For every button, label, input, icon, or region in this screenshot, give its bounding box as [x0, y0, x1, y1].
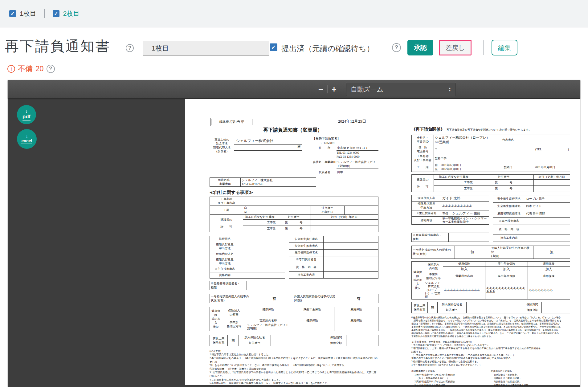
form-label: 建設業の許 可 [412, 175, 434, 192]
form-label: 資 格 内 容 [493, 225, 525, 234]
form-label: ※主任技術者名 [210, 266, 240, 272]
form-label: 工 期 [412, 163, 434, 172]
engineer-notes: ※[主任技術者、専門技術者、登録基幹技能者の記入要領] 1 主任技術者の配置状況… [411, 340, 570, 367]
form-value: ああああああああああああ [443, 281, 485, 299]
page2-tab-label[interactable]: 2枚目 [63, 9, 80, 18]
form-label: 加入保険会社名 [438, 302, 467, 307]
defect-label: 不備 [18, 64, 33, 74]
download-excel-button[interactable]: ↓ excel [17, 129, 37, 149]
empty-cell [324, 272, 378, 279]
empty-cell [520, 135, 570, 145]
relation-heading: 《再下請負関係》再下請負業者及び再下請負契約関係について次の通り報告いたします。 [411, 126, 570, 132]
zoom-in-button[interactable]: + [328, 80, 341, 99]
form-label: 安全衛生推進者名 [493, 202, 525, 210]
empty-cell [334, 312, 378, 318]
zoom-out-button[interactable]: − [314, 80, 327, 99]
empty-cell [467, 302, 523, 307]
empty-cell [324, 236, 378, 243]
page-tab-bar: ✓ 1枚目 ✓ 2枚目 [0, 0, 588, 27]
form-value: ああああああああああああああああ [485, 281, 528, 299]
form-label: 許可番号 [474, 175, 534, 180]
download-pdf-button[interactable]: ↓ pdf [17, 105, 36, 124]
addressee-labels: 直近上位の注文者名 現場代理人名（所長名） [210, 136, 234, 176]
form-label: 権限及び意見申出方法 [412, 202, 441, 210]
empty-cell [534, 180, 570, 186]
form-value: 加入 [443, 266, 485, 272]
form-page1: 標準様式第1号-甲 2024年12月25日 再下請負通知書（変更届） 直近上位の… [210, 117, 378, 385]
empty-cell [525, 234, 570, 242]
form-label: 事業所整理記号等 [424, 272, 443, 281]
form-label: ※登録基幹技能者名・種類 [412, 233, 449, 242]
form-value: ああああああああああ [441, 202, 489, 210]
form-label: 元請名称・事業者ID [210, 178, 241, 187]
submitted-checkbox[interactable]: ✓ [270, 43, 277, 51]
form-value: ガイド 太郎 [441, 195, 489, 202]
rosai-table-2: 労災上乗保険有無 無 加入保険会社名 保険期間 証券番号 保険金額 [411, 302, 570, 313]
form-label: 建設業の許 可 [210, 215, 243, 232]
form-label: 資格内容 [210, 272, 240, 279]
empty-cell [542, 302, 570, 307]
form-label: 契約日 [496, 163, 520, 172]
subcontractor-table: 会社名・事業者ID シェルフィー株式会社（ロープレ） ○○営業所 代表者名 住 … [411, 135, 570, 172]
empty-cell [290, 312, 334, 318]
form-label: 雇用管理責任者名 [493, 210, 525, 217]
form-label: 一号特定技能外国人の従事の状況(有無) [412, 246, 455, 259]
form-label: 事業所整理記号等 [222, 318, 246, 331]
insurance-table: 健康保険等の加入状況 保険加入の有無 健康保険 厚生年金保険 雇用保険 事業所整… [210, 307, 378, 331]
form-value: 2001年01月01日 [520, 163, 570, 172]
status-help-icon[interactable]: ? [392, 43, 401, 52]
form-value: 有 [339, 294, 378, 303]
construction-table: 工事名称及び工事内容 工期 自至 注文者との契約日 建設業の許 可 施工に必要な… [210, 197, 378, 232]
form-label: 工事名称及び工事内容 [210, 197, 243, 206]
tab-divider [44, 9, 45, 18]
form-value: 無 [455, 246, 490, 259]
zoom-mode-select[interactable]: 自動ズーム ▲▼ [346, 83, 456, 96]
form-label: 代表者名 [496, 135, 520, 145]
empty-cell [271, 335, 326, 340]
form-value: 自至 [243, 206, 311, 215]
empty-cell [246, 312, 290, 318]
form-value: 有 [256, 294, 293, 303]
empty-cell [345, 206, 378, 215]
check-icon: ✓ [10, 11, 14, 17]
personnel2-right-table: 安全衛生責任者名ロープレ 花子 安全衛生推進者名鈴木 ガイド 雇用管理責任者名代… [493, 195, 570, 242]
qualification-columns: ①経験年数による場合 1)大学卒[指定学科] 3年以上の実務経験 （短大・高専卒… [411, 369, 570, 387]
representative-value: 田中 [337, 170, 378, 175]
page1-tab-label[interactable]: 1枚目 [20, 9, 36, 18]
personnel2-left-table: 現場代理人名ガイド 太郎 権限及び意見申出方法ああああああああああ ※主任技術者… [411, 195, 489, 225]
page-title: 再下請負通知書 [5, 37, 111, 55]
defect-help-icon[interactable]: ? [47, 65, 55, 73]
form-label: 監督員名 [210, 236, 240, 242]
form-label: 安全衛生推進者名 [289, 242, 324, 249]
personnel-tables-2: 現場代理人名ガイド 太郎 権限及び意見申出方法ああああああああああ ※主任技術者… [411, 195, 570, 242]
empty-cell [247, 281, 285, 290]
empty-cell [324, 249, 378, 256]
title-help-icon[interactable]: ? [126, 44, 134, 52]
sendback-button[interactable]: 差戻し [439, 40, 472, 55]
page1-notes: (記入要領) 1 報告下請負業者は直近上位の注文者に提出すること。 2 再下請負… [210, 349, 378, 385]
empty-cell [240, 266, 285, 272]
form-label: 健康保険等の加入状況 [210, 307, 222, 331]
form-label: 雇用管理責任者名 [289, 249, 324, 256]
form-label: 加入保険会社名 [239, 335, 271, 340]
doc-name-input[interactable] [143, 41, 269, 56]
form-label: 労災上乗保険有無 [412, 302, 428, 313]
tel-value: TEL 03-1234-0000 [337, 151, 378, 155]
form-label: 施工に必要な許可業種 [243, 215, 277, 220]
form-label: 厚生年金保険 [290, 307, 334, 312]
edit-button[interactable]: 編集 [492, 40, 517, 55]
form-value: 加入 [528, 266, 570, 272]
form-label: 現場代理人名 [412, 195, 441, 202]
empty-cell [271, 340, 326, 346]
page2-checkbox[interactable]: ✓ [53, 10, 59, 17]
form-label: ※専門技術者名 [289, 256, 324, 263]
page1-checkbox[interactable]: ✓ [9, 10, 16, 17]
license-table: 建設業の許 可 施工に必要な許可業種 許可番号 許可（更新）年月日 工事業 第 … [411, 174, 570, 192]
approve-button[interactable]: 承認 [407, 40, 433, 55]
form-label: 工期 [210, 206, 243, 215]
addressee-company: シェルフィー株式会社 [234, 138, 302, 145]
insurance-table-2: 健康保険等の加入状況 保険加入の有無 健康保険 厚生年金保険 雇用保険 加入 加… [411, 261, 570, 299]
form-label: 保険金額 [326, 340, 346, 346]
empty-cell [311, 220, 378, 226]
empty-cell [240, 272, 285, 279]
